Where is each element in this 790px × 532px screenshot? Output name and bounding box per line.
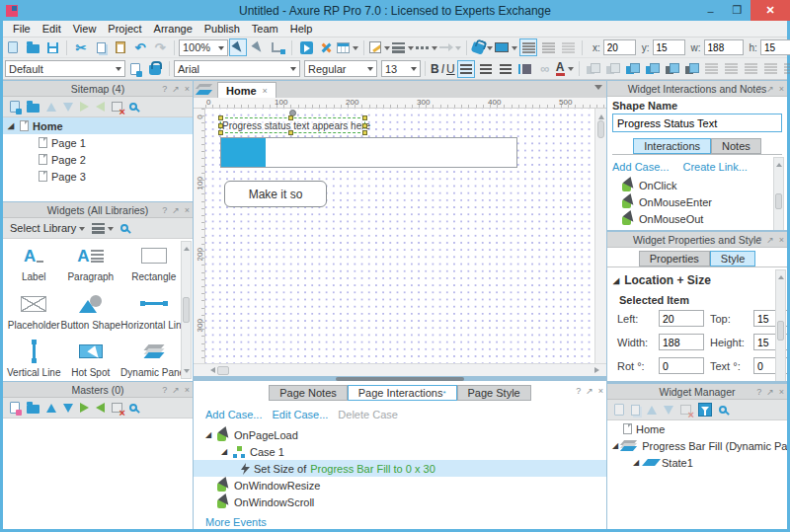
help-icon[interactable]: ? xyxy=(162,205,167,215)
widget-library-button[interactable] xyxy=(337,38,358,56)
selected-text-widget[interactable]: Progress status text appears here xyxy=(220,117,365,133)
set-size-action-row[interactable]: Set Size of Progress Bar Fill to 0 x 30 xyxy=(194,460,606,477)
interactions-scrollbar[interactable] xyxy=(773,157,784,230)
help-icon[interactable]: ? xyxy=(756,387,761,397)
add-case-link[interactable]: Add Case... xyxy=(612,161,669,173)
search-icon[interactable] xyxy=(719,406,727,414)
canvas-tab-home[interactable]: Home × xyxy=(217,82,276,98)
edit-case-link[interactable]: Edit Case... xyxy=(272,409,328,420)
select-library-dropdown[interactable]: Select Library xyxy=(10,222,85,234)
move-down-icon[interactable] xyxy=(63,404,73,413)
search-icon[interactable] xyxy=(129,103,137,111)
width-field-input[interactable] xyxy=(659,334,704,350)
width-input[interactable] xyxy=(704,39,744,55)
popout-icon[interactable]: ↗ xyxy=(766,235,774,245)
widget-paragraph[interactable]: A Paragraph xyxy=(60,243,120,285)
wm-item-home[interactable]: Home xyxy=(607,420,787,437)
resize-handle-n[interactable] xyxy=(288,115,293,120)
expander-icon[interactable]: ◢ xyxy=(8,121,16,130)
add-folder-icon[interactable] xyxy=(27,104,40,113)
close-panel-icon[interactable]: × xyxy=(185,385,190,395)
font-style-select[interactable]: Regular xyxy=(304,60,377,77)
add-folder-icon[interactable] xyxy=(27,405,40,414)
connector-tool-button[interactable] xyxy=(269,38,286,56)
event-onmouseenter[interactable]: OnMouseEnter xyxy=(612,193,782,210)
bring-to-front-button[interactable] xyxy=(624,60,642,78)
shape-name-input[interactable] xyxy=(612,114,782,132)
delete-case-link[interactable]: Delete Case xyxy=(338,409,398,420)
resize-handle-nw[interactable] xyxy=(218,115,223,120)
create-link-link[interactable]: Create Link... xyxy=(682,161,747,173)
pattern-button[interactable] xyxy=(559,38,577,56)
line-weight-button[interactable] xyxy=(392,38,414,56)
widget-dynamic-panel[interactable]: Dynamic Panel xyxy=(120,339,187,381)
case-1-row[interactable]: ◢ Case 1 xyxy=(194,443,606,460)
move-up-icon[interactable] xyxy=(647,406,657,415)
sitemap-item-page1[interactable]: Page 1 xyxy=(3,134,193,151)
add-page-icon[interactable] xyxy=(10,101,20,113)
underline-button[interactable]: U xyxy=(446,60,455,77)
delete-page-icon[interactable] xyxy=(112,102,122,112)
menu-project[interactable]: Project xyxy=(102,23,147,35)
popout-icon[interactable]: ↗ xyxy=(172,205,180,215)
bullet-list-button[interactable] xyxy=(516,60,534,78)
canvas-horizontal-scrollbar[interactable] xyxy=(194,363,606,376)
align-objects-top-button[interactable] xyxy=(762,60,780,78)
menu-help[interactable]: Help xyxy=(284,23,319,35)
color-swatch-button[interactable] xyxy=(495,38,517,56)
fill-opacity-button[interactable] xyxy=(519,38,537,56)
widget-label[interactable]: A Label xyxy=(7,243,60,285)
event-onwindowscroll[interactable]: OnWindowScroll xyxy=(194,494,606,510)
line-pattern-button[interactable] xyxy=(416,38,437,56)
popout-icon[interactable]: ↗ xyxy=(172,385,180,395)
resize-handle-e[interactable] xyxy=(362,123,367,128)
tab-page-style[interactable]: Page Style xyxy=(457,385,531,401)
expander-icon[interactable]: ◢ xyxy=(221,447,229,456)
search-icon[interactable] xyxy=(120,224,128,232)
cut-button[interactable]: ✂ xyxy=(72,38,90,56)
duplicate-icon[interactable] xyxy=(631,405,640,416)
y-coordinate-input[interactable] xyxy=(653,39,685,55)
rotation-field-input[interactable] xyxy=(659,357,704,374)
align-objects-left-button[interactable] xyxy=(703,60,721,78)
paste-button[interactable] xyxy=(112,38,129,56)
align-objects-right-button[interactable] xyxy=(743,60,760,78)
border-style-button[interactable] xyxy=(369,38,390,56)
help-icon[interactable]: ? xyxy=(162,385,167,395)
align-right-button[interactable] xyxy=(497,60,514,78)
sitemap-item-page2[interactable]: Page 2 xyxy=(3,151,193,168)
group-button[interactable] xyxy=(585,60,602,78)
expander-icon[interactable]: ◢ xyxy=(612,441,618,450)
popout-icon[interactable]: ↗ xyxy=(172,84,180,94)
move-up-icon[interactable] xyxy=(46,404,56,413)
style-preset-select[interactable]: Default xyxy=(5,60,125,77)
event-onpageload[interactable]: ◢ OnPageLoad xyxy=(194,426,606,443)
font-color-button[interactable]: A xyxy=(556,60,574,78)
delete-master-icon[interactable] xyxy=(112,403,122,413)
tab-properties[interactable]: Properties xyxy=(639,251,710,266)
close-panel-icon[interactable]: × xyxy=(185,205,190,215)
copy-button[interactable] xyxy=(92,38,110,56)
font-family-select[interactable]: Arial xyxy=(174,60,300,77)
delete-icon[interactable] xyxy=(680,405,691,415)
help-icon[interactable]: ? xyxy=(756,235,761,245)
widget-rectangle[interactable]: Rectangle xyxy=(120,243,187,285)
add-case-link[interactable]: Add Case... xyxy=(205,409,262,420)
align-objects-center-button[interactable] xyxy=(723,60,741,78)
undo-button[interactable]: ↶ xyxy=(131,38,149,56)
resize-handle-ne[interactable] xyxy=(362,115,367,120)
add-item-icon[interactable] xyxy=(614,404,624,416)
resize-handle-sw[interactable] xyxy=(218,130,223,135)
add-master-icon[interactable] xyxy=(10,402,20,414)
event-onwindowresize[interactable]: OnWindowResize xyxy=(194,477,606,494)
sitemap-item-home[interactable]: ◢ Home xyxy=(3,117,193,134)
popout-icon[interactable]: ↗ xyxy=(766,84,774,94)
menu-edit[interactable]: Edit xyxy=(37,23,67,35)
wm-item-state1[interactable]: ◢ State1 xyxy=(607,454,787,471)
menu-file[interactable]: File xyxy=(7,23,37,35)
tab-page-interactions[interactable]: Page Interactions* xyxy=(348,385,457,401)
ungroup-button[interactable] xyxy=(604,60,622,78)
progress-bar-widget[interactable] xyxy=(220,137,517,168)
redo-button[interactable]: ↷ xyxy=(151,38,169,56)
bold-button[interactable]: B xyxy=(431,60,439,77)
